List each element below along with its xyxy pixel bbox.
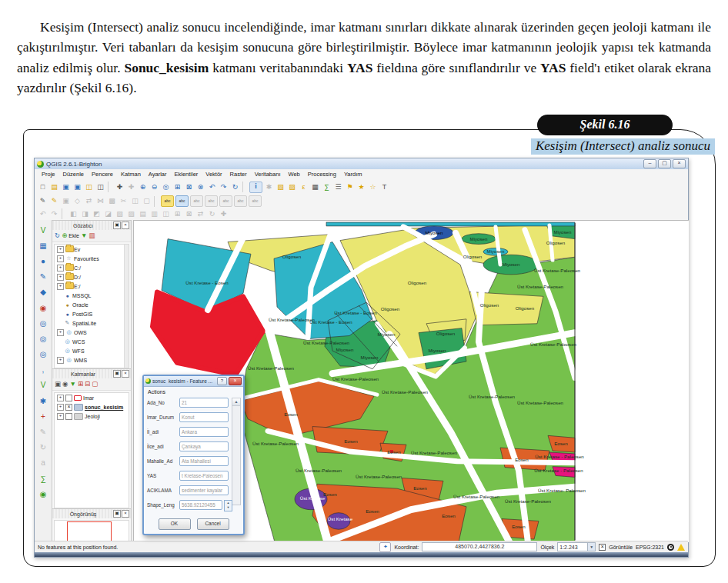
field-input[interactable]: 21 bbox=[179, 398, 229, 408]
expander-icon[interactable]: + bbox=[57, 265, 64, 272]
add-oracle-layer-icon[interactable]: ◉ bbox=[38, 302, 49, 314]
fill-ring-icon[interactable]: ▧ bbox=[115, 209, 125, 219]
zoom-native-icon[interactable]: ◎ bbox=[161, 182, 171, 192]
window-titlebar[interactable]: QGIS 2.6.1-Brighton – ▢ × bbox=[35, 158, 688, 170]
render-checkbox[interactable]: × bbox=[599, 544, 606, 551]
rotate-point-symbols-icon[interactable]: ↻ bbox=[207, 209, 217, 219]
pan-to-selection-icon[interactable]: ✚ bbox=[126, 182, 136, 192]
run-feature-action-icon[interactable]: ✱ bbox=[264, 182, 274, 192]
new-bookmark-icon[interactable]: ★ bbox=[356, 182, 366, 192]
check-geometries-icon[interactable]: ✚ bbox=[219, 209, 229, 219]
map-tips-icon[interactable]: ⚑ bbox=[345, 182, 355, 192]
add-wcs-layer-icon[interactable]: ◎ bbox=[38, 333, 49, 345]
copy-features-icon[interactable]: ◫ bbox=[130, 196, 140, 206]
tree-item-mssql[interactable]: ●MSSQL bbox=[55, 291, 129, 300]
dialog-titlebar[interactable]: sonuc_kesisim - Feature ... ? × bbox=[144, 376, 243, 387]
add-vector-layer-icon[interactable]: V bbox=[38, 225, 49, 236]
field-input[interactable]: 5638.92120455 bbox=[179, 500, 222, 510]
add-postgis-layer-icon[interactable]: ● bbox=[38, 255, 49, 267]
add-wfs-layer-icon[interactable]: ◎ bbox=[38, 348, 49, 360]
merge-features-icon[interactable]: ⇄ bbox=[195, 209, 205, 219]
feature-attributes-dialog[interactable]: sonuc_kesisim - Feature ... ? × Actions … bbox=[142, 375, 245, 535]
add-spatialite-layer-icon[interactable]: ✎ bbox=[38, 271, 49, 282]
tree-item-wfs[interactable]: ◎WFS bbox=[55, 346, 129, 355]
float-panel-icon[interactable]: ▣ bbox=[113, 510, 121, 518]
simplify-feature-icon[interactable]: ◨ bbox=[80, 209, 90, 219]
statistics-panel-icon[interactable]: ∑ bbox=[38, 473, 49, 485]
menu-pencere[interactable]: Pencere bbox=[88, 171, 117, 178]
expander-icon[interactable]: + bbox=[57, 329, 64, 336]
refresh-map-icon[interactable]: ↻ bbox=[230, 182, 240, 192]
zoom-to-selection-icon[interactable]: ⊠ bbox=[184, 182, 194, 192]
field-calculator-icon[interactable]: ∑ bbox=[322, 182, 332, 192]
expander-icon[interactable]: + bbox=[57, 395, 64, 401]
field-input[interactable]: sedimenter kayalar bbox=[179, 485, 229, 495]
add-group-icon[interactable]: ▣ bbox=[55, 380, 61, 388]
select-features-icon[interactable]: ▧ bbox=[276, 182, 286, 192]
current-edits-icon[interactable]: ✎ bbox=[38, 196, 48, 206]
tracking-icon[interactable]: ✦ bbox=[379, 542, 391, 552]
menu-web[interactable]: Web bbox=[284, 171, 303, 178]
delete-ring-icon[interactable]: ▨ bbox=[126, 209, 136, 219]
warning-icon[interactable] bbox=[677, 544, 685, 551]
menu-düzenle[interactable]: Düzenle bbox=[59, 171, 88, 178]
tree-item-postgis[interactable]: ●PostGIS bbox=[55, 309, 129, 318]
close-panel-icon[interactable]: × bbox=[122, 510, 129, 518]
close-button[interactable]: × bbox=[673, 159, 686, 168]
pin-labels-icon[interactable]: abc bbox=[190, 195, 203, 207]
save-project-icon[interactable]: ▣ bbox=[61, 182, 71, 192]
collapse-all-icon[interactable]: ⊟ bbox=[85, 380, 90, 388]
offset-curve-icon[interactable]: ◫ bbox=[161, 209, 171, 219]
menu-raster[interactable]: Raster bbox=[226, 171, 251, 178]
expander-icon[interactable]: + bbox=[57, 357, 64, 364]
open-attribute-table-icon[interactable]: ▦ bbox=[310, 182, 320, 192]
deselect-features-icon[interactable]: ▨ bbox=[287, 182, 297, 192]
split-features-icon[interactable]: ⊞ bbox=[172, 209, 182, 219]
layer-item-imar[interactable]: +Imar bbox=[55, 393, 129, 402]
field-input[interactable]: Çankaya bbox=[179, 441, 229, 451]
tree-item-favourites[interactable]: +☆Favourites bbox=[55, 254, 129, 263]
new-spatialite-layer-icon[interactable]: ✱ bbox=[38, 395, 49, 407]
close-panel-icon[interactable]: × bbox=[122, 370, 129, 378]
dialog-scrollbar[interactable]: ▲ bbox=[232, 398, 241, 505]
tree-item-wms[interactable]: +◎WMS bbox=[55, 355, 129, 365]
expander-icon[interactable]: + bbox=[57, 255, 64, 262]
split-parts-icon[interactable]: ⊠ bbox=[184, 209, 194, 219]
float-panel-icon[interactable]: ▣ bbox=[113, 222, 121, 229]
new-project-icon[interactable]: □ bbox=[38, 182, 48, 192]
add-wms-layer-icon[interactable]: ◎ bbox=[38, 318, 49, 329]
refresh-icon[interactable]: ↻ bbox=[55, 232, 60, 240]
rotate-label-icon[interactable]: abc bbox=[234, 195, 247, 207]
delete-selected-icon[interactable]: ▩ bbox=[107, 196, 117, 206]
tree-item-c[interactable]: +C:/ bbox=[55, 263, 129, 272]
properties-icon[interactable]: ▥ bbox=[88, 232, 95, 240]
tree-item-d[interactable]: +D:/ bbox=[55, 272, 129, 282]
move-feature-icon[interactable]: ⇄ bbox=[84, 196, 94, 206]
dialog-help-button[interactable]: ? bbox=[217, 377, 227, 385]
field-input[interactable]: Konut bbox=[179, 412, 229, 422]
layer-checkbox[interactable] bbox=[65, 413, 72, 420]
save-layer-edits-icon[interactable]: ▣ bbox=[61, 196, 71, 206]
redo-icon[interactable]: ↷ bbox=[49, 209, 59, 219]
tree-item-wcs[interactable]: ◎WCS bbox=[55, 337, 129, 346]
expand-all-icon[interactable]: ⊞ bbox=[78, 380, 83, 388]
tree-item-e[interactable]: +E:/ bbox=[55, 282, 129, 291]
zoom-last-icon[interactable]: ↶ bbox=[207, 182, 217, 192]
reshape-features-icon[interactable]: ▥ bbox=[149, 209, 159, 219]
zoom-out-icon[interactable]: ⊖ bbox=[149, 182, 159, 192]
add-ring-icon[interactable]: ◩ bbox=[92, 209, 102, 219]
undo-icon[interactable]: ↶ bbox=[38, 209, 48, 219]
filter-browser-icon[interactable]: ▼ bbox=[81, 232, 87, 240]
scroll-up-icon[interactable]: ▲ bbox=[232, 398, 240, 406]
add-raster-layer-icon[interactable]: ▦ bbox=[38, 240, 49, 252]
field-input[interactable]: Ata Mahallesi bbox=[179, 456, 229, 466]
save-project-as-icon[interactable]: ▣ bbox=[72, 182, 82, 192]
pan-map-icon[interactable]: ✚ bbox=[115, 182, 125, 192]
composer-manager-icon[interactable]: ◫ bbox=[95, 182, 105, 192]
delete-part-icon[interactable]: ▤ bbox=[138, 209, 148, 219]
ok-button[interactable]: OK bbox=[159, 518, 191, 530]
add-mssql-layer-icon[interactable]: ◆ bbox=[38, 286, 49, 298]
field-input[interactable]: Ankara bbox=[179, 427, 229, 437]
maximize-button[interactable]: ▢ bbox=[658, 159, 671, 168]
change-label-tool-icon[interactable]: a bbox=[38, 457, 49, 468]
